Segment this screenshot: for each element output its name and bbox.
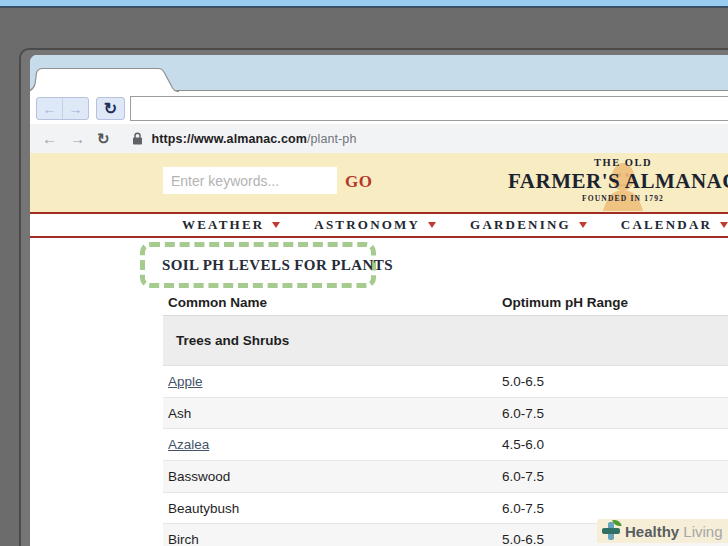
site-nav-items: WEATHERASTRONOMYGARDENINGCALENDARFOOD xyxy=(30,212,728,238)
table-row: Ash6.0-7.5 xyxy=(163,398,728,430)
nav-item-gardening[interactable]: GARDENING xyxy=(459,217,598,233)
browser-window-content: ← → ↻ ← → ↻ https://www.almanac.com/plan xyxy=(30,55,728,546)
ph-value: 4.5-6.0 xyxy=(502,437,544,452)
nav-item-label: WEATHER xyxy=(182,217,264,233)
desktop-top-strip xyxy=(0,0,728,8)
table-row: Apple5.0-6.5 xyxy=(163,366,728,398)
site-header: GO THE OLD FARMER'S ALMANAC FOUNDED IN 1… xyxy=(30,153,728,212)
chrome-toolbar: ← → ↻ https://www.almanac.com/plant-ph xyxy=(30,124,728,153)
chevron-down-icon xyxy=(720,222,728,228)
chevron-down-icon xyxy=(579,222,587,228)
column-header-name: Common Name xyxy=(163,295,267,310)
table-header-row: Common Name Optimum pH Range xyxy=(163,290,728,316)
healthy-living-watermark: Healthy Living xyxy=(597,519,728,543)
plant-name: Ash xyxy=(163,406,191,421)
chevron-down-icon xyxy=(272,222,280,228)
search-input[interactable] xyxy=(163,167,337,194)
ph-value: 6.0-7.5 xyxy=(502,501,544,516)
ph-value: 6.0-7.5 xyxy=(502,469,544,484)
section-label: Trees and Shrubs xyxy=(176,333,289,348)
tab-bar xyxy=(30,55,728,90)
back-button[interactable]: ← xyxy=(37,98,63,119)
plant-name: Basswood xyxy=(163,469,230,484)
history-buttons: ← → xyxy=(36,97,89,120)
mock-address-bar[interactable] xyxy=(130,96,728,121)
page-title: SOIL PH LEVELS FOR PLANTS xyxy=(145,257,393,274)
watermark-text: Healthy Living xyxy=(625,523,723,540)
page-content: SOIL PH LEVELS FOR PLANTS Common Name Op… xyxy=(30,238,728,546)
column-header-ph: Optimum pH Range xyxy=(502,295,628,310)
highlight-box: SOIL PH LEVELS FOR PLANTS xyxy=(140,242,376,288)
plant-name: Birch xyxy=(163,532,199,546)
forward-button[interactable]: → xyxy=(63,98,88,119)
almanac-logo[interactable]: THE OLD FARMER'S ALMANAC FOUNDED IN 1792 xyxy=(480,157,728,204)
nav-item-label: GARDENING xyxy=(470,217,571,233)
url-domain: https://www.almanac.com xyxy=(152,132,307,146)
search-go-button[interactable]: GO xyxy=(345,172,372,192)
plant-name: Beautybush xyxy=(163,501,239,516)
chrome-forward-icon[interactable]: → xyxy=(70,131,85,146)
screenshot-root: ← → ↻ ← → ↻ https://www.almanac.com/plan xyxy=(0,0,728,546)
browser-tab[interactable] xyxy=(30,55,230,92)
logo-line-2: FARMER'S ALMANAC xyxy=(480,169,728,193)
url-path: /plant-ph xyxy=(307,132,357,146)
ph-value: 6.0-7.5 xyxy=(502,406,544,421)
nav-item-label: ASTRONOMY xyxy=(314,217,420,233)
nav-item-weather[interactable]: WEATHER xyxy=(171,217,291,233)
nav-item-calendar[interactable]: CALENDAR xyxy=(610,217,728,233)
watermark-bold: Healthy xyxy=(625,523,679,540)
table-row: Azalea4.5-6.0 xyxy=(163,429,728,461)
nav-item-astronomy[interactable]: ASTRONOMY xyxy=(303,217,447,233)
address-bar-url[interactable]: https://www.almanac.com/plant-ph xyxy=(152,132,357,146)
plant-link[interactable]: Azalea xyxy=(163,437,209,452)
chevron-down-icon xyxy=(428,222,436,228)
chrome-back-icon[interactable]: ← xyxy=(42,131,57,146)
healthy-living-plus-icon xyxy=(602,522,620,540)
plant-link[interactable]: Apple xyxy=(163,374,203,389)
chrome-reload-icon[interactable]: ↻ xyxy=(97,131,110,146)
almanac-page: GO THE OLD FARMER'S ALMANAC FOUNDED IN 1… xyxy=(30,153,728,546)
nav-item-label: CALENDAR xyxy=(621,217,712,233)
logo-line-1: THE OLD xyxy=(480,157,728,169)
ph-value: 5.0-6.5 xyxy=(502,374,544,389)
plant-ph-table: Common Name Optimum pH Range Trees and S… xyxy=(163,290,728,546)
ph-value: 5.0-6.5 xyxy=(502,532,544,546)
browser-window: ← → ↻ ← → ↻ https://www.almanac.com/plan xyxy=(19,48,728,546)
table-section-row: Trees and Shrubs xyxy=(163,316,728,366)
mock-browser-toolbar: ← → ↻ xyxy=(30,90,728,124)
reload-button[interactable]: ↻ xyxy=(96,97,125,120)
watermark-light: Living xyxy=(683,523,722,540)
table-row: Basswood6.0-7.5 xyxy=(163,461,728,493)
lock-icon xyxy=(132,132,143,145)
logo-line-3: FOUNDED IN 1792 xyxy=(480,195,728,204)
